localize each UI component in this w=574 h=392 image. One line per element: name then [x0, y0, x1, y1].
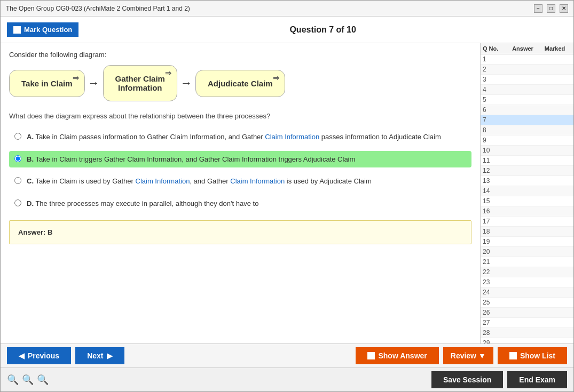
- sidebar-cell-marked: [541, 207, 568, 215]
- mark-question-label: Mark Question: [24, 26, 72, 34]
- option-b-text: B. Take in Claim triggers Gather Claim I…: [27, 154, 355, 165]
- titlebar-title: The Open Group OG0-023 (ArchiMate 2 Comb…: [6, 5, 190, 12]
- sidebar-cell-qno: 27: [483, 319, 504, 326]
- option-b[interactable]: B. Take in Claim triggers Gather Claim I…: [9, 151, 471, 168]
- zoom-reset-button[interactable]: 🔍: [22, 374, 34, 386]
- previous-label: Previous: [28, 351, 59, 360]
- sidebar-cell-marked: [541, 147, 568, 154]
- sidebar-row[interactable]: 3: [481, 75, 573, 85]
- answer-label: Answer: B: [18, 228, 52, 236]
- sidebar-row[interactable]: 8: [481, 125, 573, 135]
- sidebar-cell-qno: 11: [483, 157, 504, 164]
- sidebar-cell-qno: 12: [483, 167, 504, 174]
- sidebar-cell-answer: [504, 126, 541, 134]
- sidebar-row[interactable]: 17: [481, 217, 573, 227]
- sidebar-row[interactable]: 2: [481, 65, 573, 75]
- zoom-out-button[interactable]: 🔍: [7, 374, 19, 386]
- sidebar-cell-qno: 6: [483, 106, 504, 114]
- option-d[interactable]: D. The three processes may execute in pa…: [9, 195, 471, 212]
- sidebar-row[interactable]: 14: [481, 186, 573, 196]
- sidebar-cell-answer: [504, 157, 541, 164]
- sidebar-row[interactable]: 1: [481, 54, 573, 65]
- sidebar-cell-marked: [541, 126, 568, 134]
- sidebar-row[interactable]: 24: [481, 287, 573, 298]
- sidebar-cell-qno: 14: [483, 187, 504, 195]
- sidebar-row[interactable]: 4: [481, 85, 573, 95]
- sidebar-row[interactable]: 23: [481, 277, 573, 287]
- radio-a[interactable]: [14, 133, 21, 140]
- sidebar-row[interactable]: 11: [481, 156, 573, 166]
- diagram-box-2-label: Gather ClaimInformation: [115, 74, 165, 92]
- sidebar-cell-answer: [504, 116, 541, 124]
- sidebar-row[interactable]: 16: [481, 206, 573, 217]
- close-button[interactable]: ✕: [560, 4, 568, 13]
- sidebar-cell-marked: [541, 309, 568, 316]
- review-label: Review: [451, 351, 476, 360]
- sidebar-cell-answer: [504, 218, 541, 225]
- sidebar-cell-qno: 3: [483, 76, 504, 83]
- sidebar-cell-answer: [504, 248, 541, 255]
- sidebar-row[interactable]: 20: [481, 247, 573, 257]
- titlebar: The Open Group OG0-023 (ArchiMate 2 Comb…: [1, 1, 573, 17]
- show-list-label: Show List: [520, 351, 555, 360]
- sidebar-cell-answer: [504, 96, 541, 103]
- sidebar-cell-qno: 15: [483, 197, 504, 205]
- sidebar-row[interactable]: 7: [481, 115, 573, 125]
- sidebar-row[interactable]: 25: [481, 298, 573, 308]
- zoom-in-button[interactable]: 🔍: [37, 374, 49, 386]
- sidebar-row[interactable]: 29: [481, 338, 573, 343]
- sidebar-row[interactable]: 22: [481, 267, 573, 277]
- sidebar-cell-marked: [541, 86, 568, 93]
- save-session-button[interactable]: Save Session: [431, 371, 503, 388]
- show-answer-button[interactable]: Show Answer: [356, 347, 438, 364]
- radio-d[interactable]: [14, 199, 21, 206]
- sidebar-cell-qno: 25: [483, 299, 504, 306]
- content-area: Consider the following diagram: ⇒ Take i…: [1, 43, 480, 343]
- option-c[interactable]: C. Take in Claim is used by Gather Claim…: [9, 173, 471, 190]
- sidebar-cell-marked: [541, 137, 568, 144]
- end-exam-label: End Exam: [519, 375, 555, 384]
- sidebar-row[interactable]: 15: [481, 196, 573, 206]
- sidebar-header: Q No. Answer Marked: [481, 43, 573, 54]
- sidebar-header-answer: Answer: [504, 45, 541, 52]
- sidebar-row[interactable]: 26: [481, 308, 573, 318]
- mark-question-button[interactable]: ✓ Mark Question: [7, 22, 78, 37]
- review-button[interactable]: Review ▼: [443, 347, 493, 364]
- sidebar-cell-answer: [504, 289, 541, 296]
- sidebar-row[interactable]: 19: [481, 237, 573, 247]
- option-a[interactable]: A. Take in Claim passes information to G…: [9, 129, 471, 146]
- sidebar-row[interactable]: 6: [481, 105, 573, 115]
- sidebar-cell-answer: [504, 268, 541, 276]
- sidebar-cell-answer: [504, 197, 541, 205]
- sidebar-cell-qno: 23: [483, 278, 504, 286]
- sidebar-cell-marked: [541, 116, 568, 124]
- sidebar-cell-qno: 10: [483, 147, 504, 154]
- sidebar-cell-answer: [504, 238, 541, 245]
- sidebar-row[interactable]: 27: [481, 318, 573, 328]
- sidebar-row[interactable]: 28: [481, 328, 573, 338]
- sidebar-row[interactable]: 18: [481, 227, 573, 237]
- minimize-button[interactable]: −: [534, 4, 542, 13]
- sidebar-cell-qno: 7: [483, 116, 504, 124]
- sidebar-cell-qno: 17: [483, 218, 504, 225]
- sidebar-cell-qno: 9: [483, 137, 504, 144]
- titlebar-controls: − □ ✕: [534, 4, 568, 13]
- sidebar-row[interactable]: 21: [481, 257, 573, 267]
- sidebar-row[interactable]: 5: [481, 95, 573, 105]
- next-button[interactable]: Next ▶: [75, 347, 124, 364]
- sidebar-row[interactable]: 12: [481, 166, 573, 176]
- radio-c[interactable]: [14, 177, 21, 184]
- previous-button[interactable]: ◀ Previous: [7, 347, 71, 364]
- option-a-text: A. Take in Claim passes information to G…: [27, 132, 441, 142]
- sidebar-row[interactable]: 10: [481, 146, 573, 156]
- review-arrow-icon: ▼: [478, 351, 486, 360]
- sidebar-row[interactable]: 13: [481, 176, 573, 186]
- maximize-button[interactable]: □: [547, 4, 555, 13]
- show-list-button[interactable]: ✓ Show List: [498, 347, 567, 364]
- sidebar-cell-marked: [541, 268, 568, 276]
- radio-b[interactable]: [14, 155, 21, 162]
- end-exam-button[interactable]: End Exam: [507, 371, 567, 388]
- session-buttons: Save Session End Exam: [431, 371, 567, 388]
- sidebar-row[interactable]: 9: [481, 135, 573, 146]
- sidebar-cell-marked: [541, 319, 568, 326]
